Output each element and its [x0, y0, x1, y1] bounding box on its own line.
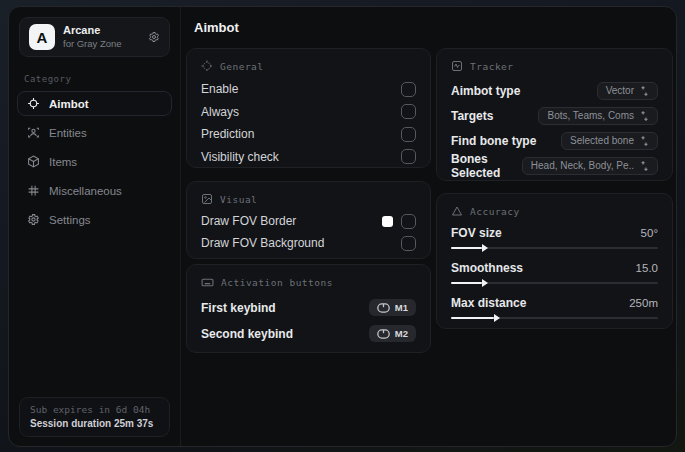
sidebar-item-label: Settings — [49, 214, 91, 226]
app-subtitle: for Gray Zone — [63, 38, 122, 50]
first-keybind-button[interactable]: M1 — [369, 299, 416, 316]
dropdown-value: Selected bone — [570, 135, 634, 146]
max-distance-value: 250m — [629, 297, 658, 309]
app-title: Arcane — [63, 24, 122, 38]
unfold-arrows-icon — [640, 161, 649, 171]
setting-row-second-keybind: Second keybind M2 — [201, 324, 416, 343]
keybind-value: M1 — [395, 302, 408, 313]
dropdown-value: Vector — [606, 85, 634, 96]
setting-row-draw-fov-background: Draw FOV Background — [201, 235, 416, 251]
bones-selected-dropdown[interactable]: Head, Neck, Body, Pe.. — [522, 157, 658, 175]
page-title: Aimbot — [194, 20, 239, 35]
setting-row-smoothness: Smoothness 15.0 — [451, 261, 658, 287]
setting-label: Always — [201, 105, 239, 119]
smoothness-value: 15.0 — [636, 262, 658, 274]
image-icon — [201, 193, 213, 205]
setting-label: Visibility check — [201, 150, 279, 164]
prediction-checkbox[interactable] — [401, 127, 416, 142]
slider-thumb[interactable] — [451, 317, 494, 319]
setting-label: Max distance — [451, 296, 526, 310]
fov-size-value: 50° — [641, 227, 658, 239]
fov-size-slider[interactable] — [451, 244, 658, 252]
smoothness-slider[interactable] — [451, 279, 658, 287]
draw-fov-background-checkbox[interactable] — [401, 236, 416, 251]
setting-row-always: Always — [201, 104, 416, 120]
sidebar-item-settings[interactable]: Settings — [17, 207, 172, 232]
sidebar-item-aimbot[interactable]: Aimbot — [17, 91, 172, 116]
sidebar: A Arcane for Gray Zone Category Aimbot — [9, 7, 181, 446]
sidebar-nav: Aimbot Entities Items Miscellaneous — [9, 91, 180, 232]
crosshair-icon — [201, 60, 213, 72]
always-checkbox[interactable] — [401, 104, 416, 119]
setting-label: Enable — [201, 82, 238, 96]
cube-icon — [26, 155, 40, 168]
setting-label: Bones Selected — [451, 152, 522, 180]
setting-row-visibility-check: Visibility check — [201, 149, 416, 165]
panel-accuracy: Accuracy FOV size 50° Smoothness 15.0 — [436, 193, 673, 329]
setting-row-max-distance: Max distance 250m — [451, 296, 658, 322]
max-distance-slider[interactable] — [451, 314, 658, 322]
setting-label: Second keybind — [201, 327, 293, 341]
setting-row-aimbot-type: Aimbot type Vector — [451, 82, 658, 99]
triangle-icon — [451, 205, 463, 217]
setting-label: First keybind — [201, 301, 276, 315]
find-bone-type-dropdown[interactable]: Selected bone — [561, 132, 658, 150]
person-scan-icon — [26, 126, 40, 139]
sidebar-item-label: Aimbot — [49, 98, 89, 110]
crosshair-icon — [26, 97, 40, 110]
setting-label: Draw FOV Background — [201, 236, 324, 250]
enable-checkbox[interactable] — [401, 82, 416, 97]
panel-title: Visual — [220, 194, 257, 205]
mouse-icon — [377, 303, 390, 313]
sidebar-item-label: Miscellaneous — [49, 185, 122, 197]
keyboard-icon — [201, 276, 214, 289]
panel-tracker: Tracker Aimbot type Vector Targets Bots, — [436, 48, 673, 181]
second-keybind-button[interactable]: M2 — [369, 325, 416, 342]
setting-row-first-keybind: First keybind M1 — [201, 298, 416, 317]
slider-thumb[interactable] — [451, 282, 482, 284]
app-window: A Arcane for Gray Zone Category Aimbot — [8, 6, 677, 447]
gear-icon — [26, 213, 40, 226]
dropdown-value: Head, Neck, Body, Pe.. — [531, 160, 634, 171]
visibility-check-checkbox[interactable] — [401, 149, 416, 164]
app-logo: A — [29, 24, 55, 50]
sidebar-item-miscellaneous[interactable]: Miscellaneous — [17, 178, 172, 203]
sub-expires-text: Sub expires in 6d 04h — [30, 404, 159, 415]
fov-border-color-swatch[interactable] — [382, 216, 393, 227]
panel-title: Accuracy — [470, 206, 520, 217]
targets-dropdown[interactable]: Bots, Teams, Coms — [538, 107, 658, 125]
setting-label: Targets — [451, 109, 493, 123]
session-duration-text: Session duration 25m 37s — [30, 418, 159, 429]
setting-label: Aimbot type — [451, 84, 520, 98]
sidebar-item-items[interactable]: Items — [17, 149, 172, 174]
activity-icon — [451, 60, 463, 72]
panel-activation-buttons: Activation buttons First keybind M1 Seco… — [186, 264, 431, 353]
setting-row-find-bone-type: Find bone type Selected bone — [451, 132, 658, 149]
panel-title: Activation buttons — [221, 277, 333, 288]
logo-card: A Arcane for Gray Zone — [19, 17, 170, 57]
main-content: Aimbot General Enable Always Predi — [181, 7, 676, 446]
sidebar-item-label: Entities — [49, 127, 87, 139]
dropdown-value: Bots, Teams, Coms — [547, 110, 634, 121]
unfold-arrows-icon — [640, 136, 649, 146]
slider-thumb[interactable] — [451, 247, 482, 249]
panel-visual: Visual Draw FOV Border Draw FOV Backgrou… — [186, 181, 431, 259]
unfold-arrows-icon — [640, 111, 649, 121]
setting-row-fov-size: FOV size 50° — [451, 226, 658, 252]
setting-label: Smoothness — [451, 261, 523, 275]
sidebar-item-entities[interactable]: Entities — [17, 120, 172, 145]
draw-fov-border-checkbox[interactable] — [401, 214, 416, 229]
setting-row-prediction: Prediction — [201, 126, 416, 142]
setting-row-enable: Enable — [201, 81, 416, 97]
setting-row-targets: Targets Bots, Teams, Coms — [451, 107, 658, 124]
sliders-icon — [26, 184, 40, 197]
sidebar-item-label: Items — [49, 156, 77, 168]
setting-label: Find bone type — [451, 134, 536, 148]
panel-title: General — [220, 61, 264, 72]
category-label: Category — [24, 74, 180, 84]
setting-label: Draw FOV Border — [201, 214, 296, 228]
aimbot-type-dropdown[interactable]: Vector — [597, 82, 658, 100]
gear-icon[interactable] — [148, 31, 160, 43]
setting-label: FOV size — [451, 226, 502, 240]
keybind-value: M2 — [395, 328, 408, 339]
